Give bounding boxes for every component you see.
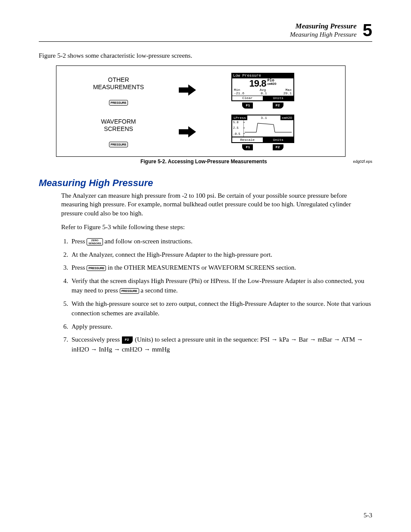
svg-marker-0 (179, 84, 196, 96)
y-tick: -0.5 (233, 132, 240, 136)
step-text: a second time. (140, 287, 177, 294)
units-softkey: Units (263, 137, 294, 142)
chapter-number: 5 (363, 22, 372, 39)
lcd-unit: cmH2O (267, 83, 276, 86)
lcd-low-pressure: Low Pressure 19.8 Plo cmH2O Min Avg (231, 73, 294, 101)
lcd-wave-value: 3.1 (247, 115, 280, 120)
f1-key-icon: F1 (242, 144, 253, 150)
pressure-key-icon: PRESSURE (109, 100, 128, 106)
step-text: Press (72, 264, 87, 271)
unit: mmHg (150, 346, 170, 353)
unit: InHg (97, 346, 114, 353)
steps-list: Press ZERO SENSORS and follow on-screen … (61, 236, 372, 354)
label-line: WAVEFORM (101, 118, 136, 126)
step-item: With the high-pressure source set to zer… (70, 299, 372, 318)
zero-sensors-key-icon: ZERO SENSORS (87, 238, 103, 246)
step-text: Verify that the screen displays High Pre… (72, 277, 364, 294)
pressure-key-icon: PRESSURE (120, 288, 139, 294)
rescale-softkey: Rescale (232, 137, 263, 142)
step-item: Press PRESSURE in the OTHER MEASUREMENTS… (70, 263, 372, 273)
label-line: MEASUREMENTS (93, 84, 144, 91)
min-value: -21.6 (234, 92, 244, 95)
arrow-right-icon (178, 125, 197, 138)
label-line: SCREENS (104, 125, 133, 133)
step-item: At the Analyzer, connect the High-Pressu… (70, 250, 372, 260)
section-heading: Measuring High Pressure (39, 177, 372, 189)
step-text: and follow on-screen instructions. (105, 238, 193, 245)
f2-key-icon: F2 (122, 336, 133, 344)
svg-marker-1 (179, 126, 196, 137)
step-item: Successively press F2 (Units) to select … (70, 335, 372, 354)
y-tick: 5.0 (233, 121, 239, 124)
arrow-right-icon (178, 84, 197, 96)
lcd-value: 19.8 (249, 79, 266, 88)
step-text: (Units) to select a pressure unit in the… (135, 336, 271, 343)
unit: kPa (278, 336, 291, 343)
lcd-wave-unit: cmH2O (280, 115, 293, 120)
arrow-icon: → (144, 345, 150, 353)
unit: mBar (316, 336, 334, 343)
step-text: Successively press (72, 336, 121, 343)
arrow-icon: → (334, 336, 340, 343)
step-text: in the OTHER MEASUREMENTS or WAVEFORM SC… (108, 264, 296, 271)
max-value: 29.1 (283, 92, 292, 95)
arrow-icon: → (91, 345, 97, 353)
eps-filename: edg02f.eps (353, 159, 372, 164)
pressure-key-icon: PRESSURE (87, 265, 106, 271)
f1-key-icon: F1 (242, 103, 253, 109)
clear-softkey: Clear (232, 96, 263, 100)
body-paragraph: The Analyzer can measure high pressure f… (61, 191, 372, 218)
arrow-icon: → (291, 336, 297, 343)
arrow-icon: → (357, 336, 363, 343)
lcd-wave-title: LPress (232, 115, 247, 120)
figure-caption: Figure 5-2. Accessing Low-Pressure Measu… (56, 159, 351, 165)
waveform-screens-label: WAVEFORM SCREENS PRESSURE (62, 118, 174, 147)
unit: Bar (297, 336, 310, 343)
step-text: Press (72, 238, 87, 245)
figure-box: OTHER MEASUREMENTS PRESSURE Low Pressure… (56, 65, 346, 157)
waveform-plot (243, 120, 292, 137)
step-item: Apply pressure. (70, 322, 372, 332)
page-header: Measuring Pressure Measuring High Pressu… (39, 22, 372, 42)
label-line: OTHER (108, 76, 129, 84)
arrow-icon: → (114, 345, 120, 353)
header-title: Measuring Pressure (290, 22, 357, 31)
key-line: ZERO (91, 239, 99, 242)
intro-text: Figure 5-2 shows some characteristic low… (39, 52, 372, 59)
header-subtitle: Measuring High Pressure (290, 31, 357, 39)
f2-key-icon: F2 (273, 144, 283, 150)
avg-value: 0.1 (261, 92, 267, 95)
other-measurements-label: OTHER MEASUREMENTS PRESSURE (62, 76, 174, 106)
step-item: Press ZERO SENSORS and follow on-screen … (70, 236, 372, 246)
body-paragraph: Refer to Figure 5-3 while following thes… (61, 223, 372, 231)
unit: inH2O (72, 346, 91, 353)
f2-key-icon: F2 (273, 103, 283, 109)
page-number: 5-3 (364, 512, 372, 519)
step-item: Verify that the screen displays High Pre… (70, 276, 372, 296)
units-softkey: Units (263, 96, 294, 100)
y-tick: 2.5 (233, 126, 239, 130)
pressure-key-icon: PRESSURE (109, 142, 128, 147)
key-line: SENSORS (88, 242, 101, 245)
arrow-icon: → (310, 336, 316, 343)
unit: cmH2O (120, 346, 144, 353)
unit: ATM (340, 336, 357, 343)
arrow-icon: → (271, 336, 278, 343)
lcd-waveform: LPress 3.1 cmH2O 5.0 2.5 -0.5 (231, 115, 294, 143)
